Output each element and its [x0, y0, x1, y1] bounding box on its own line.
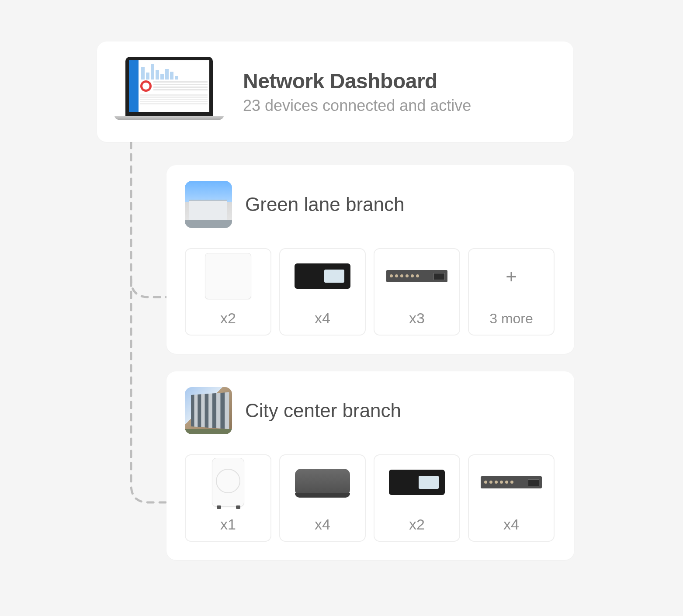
device-count: x4: [315, 310, 330, 327]
hub-device-icon: [295, 469, 350, 496]
panel-device-icon: [205, 253, 251, 299]
router-device-icon: [295, 263, 350, 289]
device-count: x2: [409, 516, 425, 533]
device-tile-more[interactable]: + 3 more: [468, 248, 555, 336]
dashboard-card: Network Dashboard 23 devices connected a…: [97, 42, 573, 142]
device-tile-switch[interactable]: x4: [468, 454, 555, 542]
branch-title: City center branch: [245, 400, 401, 422]
device-tile-router[interactable]: x2: [374, 454, 460, 542]
branch-thumbnail: [185, 387, 232, 434]
laptop-icon: [114, 57, 224, 127]
device-tile-hub[interactable]: x4: [279, 454, 366, 542]
device-count: x2: [220, 310, 236, 327]
device-tile-panel[interactable]: x2: [185, 248, 271, 336]
more-label: 3 more: [489, 311, 533, 327]
router-device-icon: [389, 470, 445, 495]
branch-card-green-lane: Green lane branch x2 x4 x3 + 3 more: [166, 165, 574, 354]
branch-title: Green lane branch: [245, 194, 404, 215]
switch-device-icon: [481, 476, 542, 488]
device-tile-router[interactable]: x4: [279, 248, 366, 336]
plus-icon: +: [506, 267, 517, 286]
device-tile-sensor[interactable]: x1: [185, 454, 271, 542]
dashboard-title: Network Dashboard: [243, 69, 471, 93]
switch-device-icon: [386, 270, 447, 282]
device-count: x4: [315, 516, 330, 533]
branch-card-city-center: City center branch x1 x4 x2 x4: [166, 371, 574, 560]
dashboard-subtitle: 23 devices connected and active: [243, 97, 471, 115]
device-tile-switch[interactable]: x3: [374, 248, 460, 336]
branch-thumbnail: [185, 181, 232, 228]
sensor-device-icon: [212, 458, 244, 507]
device-count: x4: [503, 516, 519, 533]
device-count: x3: [409, 310, 425, 327]
device-count: x1: [220, 516, 236, 533]
